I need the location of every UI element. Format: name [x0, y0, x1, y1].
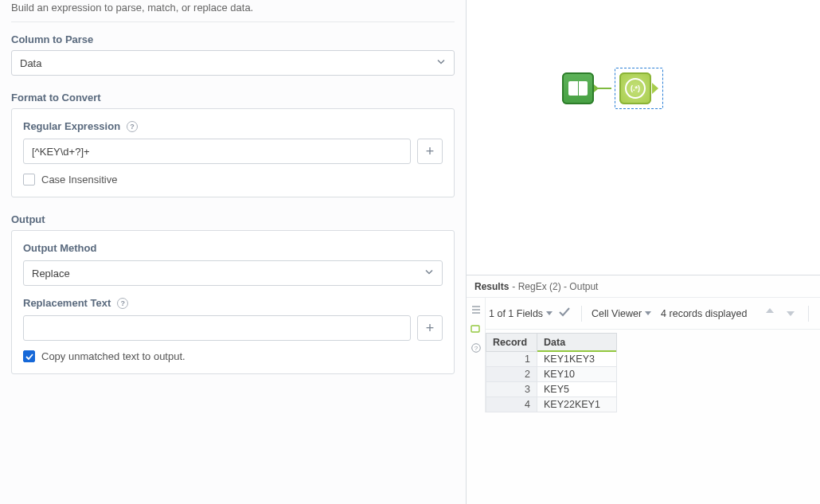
- apply-check-icon[interactable]: [557, 305, 572, 322]
- output-method-label: Output Method: [23, 242, 96, 254]
- help-icon[interactable]: ?: [471, 342, 482, 354]
- cell-data: KEY1KEY3: [537, 352, 617, 367]
- results-body: ? 1 of 1 Fields Cell Viewer 4 records di…: [467, 298, 820, 412]
- column-to-parse-value: Data: [20, 57, 41, 69]
- nav-up-button[interactable]: [762, 306, 778, 322]
- data-anchor-icon[interactable]: [471, 323, 482, 334]
- results-toolbar: 1 of 1 Fields Cell Viewer 4 records disp…: [486, 298, 820, 330]
- cell-record: 2: [486, 367, 537, 382]
- output-fieldset: Output Method Replace Replacement Text ?…: [11, 230, 455, 374]
- chevron-down-icon: [436, 57, 446, 69]
- replacement-text-label: Replacement Text: [23, 297, 111, 309]
- column-to-parse-select[interactable]: Data: [11, 50, 455, 76]
- cell-record: 4: [486, 397, 537, 412]
- column-data[interactable]: Data: [537, 334, 617, 352]
- regex-add-button[interactable]: +: [417, 139, 443, 164]
- tool-description: Build an expression to parse, match, or …: [11, 2, 455, 22]
- separator: [808, 306, 809, 322]
- column-record[interactable]: Record: [486, 334, 537, 352]
- column-to-parse-label: Column to Parse: [11, 33, 455, 45]
- help-icon[interactable]: ?: [127, 121, 138, 132]
- replacement-add-button[interactable]: +: [417, 315, 443, 341]
- cell-data: KEY10: [537, 367, 617, 382]
- svg-rect-0: [471, 326, 479, 332]
- table-row[interactable]: 2 KEY10: [486, 367, 617, 382]
- results-side-strip: ?: [467, 298, 486, 412]
- case-insensitive-row[interactable]: Case Insensitive: [23, 174, 443, 186]
- cell-data: KEY22KEY1: [537, 397, 617, 412]
- copy-unmatched-label: Copy unmatched text to output.: [41, 350, 185, 362]
- results-pane: Results - RegEx (2) - Output ? 1 of 1 Fi…: [467, 275, 820, 504]
- fields-dropdown[interactable]: 1 of 1 Fields: [489, 308, 553, 319]
- cell-data: KEY5: [537, 382, 617, 397]
- records-displayed: 4 records displayed: [661, 308, 747, 319]
- help-icon[interactable]: ?: [117, 298, 128, 309]
- format-to-convert-label: Format to Convert: [11, 92, 455, 104]
- copy-unmatched-checkbox[interactable]: [23, 350, 35, 362]
- results-subtitle: - RegEx (2) - Output: [512, 281, 598, 292]
- workflow-canvas[interactable]: (.*): [467, 0, 820, 275]
- table-row[interactable]: 3 KEY5: [486, 382, 617, 397]
- results-content: 1 of 1 Fields Cell Viewer 4 records disp…: [486, 298, 820, 412]
- workflow-nodes: (.*): [562, 68, 663, 109]
- table-row[interactable]: 1 KEY1KEY3: [486, 352, 617, 367]
- results-header: Results - RegEx (2) - Output: [467, 275, 820, 298]
- replacement-text-input[interactable]: [23, 315, 411, 341]
- input-data-node[interactable]: [562, 72, 594, 104]
- results-title: Results: [474, 281, 509, 292]
- output-method-select[interactable]: Replace: [23, 260, 443, 286]
- output-method-value: Replace: [32, 268, 70, 279]
- case-insensitive-label: Case Insensitive: [41, 174, 117, 186]
- book-icon: [568, 81, 588, 96]
- caret-down-icon: [645, 311, 651, 315]
- nav-down-button[interactable]: [783, 306, 799, 322]
- table-header-row: Record Data: [486, 334, 617, 352]
- caret-down-icon: [546, 311, 553, 315]
- regex-label: Regular Expression: [23, 120, 120, 132]
- cell-record: 1: [486, 352, 537, 367]
- node-connector: [597, 88, 611, 89]
- results-table[interactable]: Record Data 1 KEY1KEY3 2 KEY10 3: [486, 333, 617, 412]
- regex-icon: (.*): [625, 78, 646, 99]
- cell-viewer-dropdown[interactable]: Cell Viewer: [592, 308, 651, 319]
- table-row[interactable]: 4 KEY22KEY1: [486, 397, 617, 412]
- output-label: Output: [11, 213, 455, 225]
- format-fieldset: Regular Expression ? + Case Insensitive: [11, 108, 455, 197]
- regex-node[interactable]: (.*): [619, 72, 651, 104]
- config-panel: Build an expression to parse, match, or …: [0, 0, 467, 504]
- svg-text:?: ?: [474, 345, 478, 352]
- list-icon[interactable]: [471, 304, 482, 315]
- node-output-anchor[interactable]: [652, 83, 658, 94]
- cell-record: 3: [486, 382, 537, 397]
- chevron-down-icon: [424, 268, 434, 279]
- case-insensitive-checkbox[interactable]: [23, 174, 35, 186]
- separator: [581, 306, 582, 322]
- copy-unmatched-row[interactable]: Copy unmatched text to output.: [23, 350, 443, 362]
- regex-input[interactable]: [23, 139, 411, 164]
- regex-node-selected[interactable]: (.*): [615, 68, 663, 109]
